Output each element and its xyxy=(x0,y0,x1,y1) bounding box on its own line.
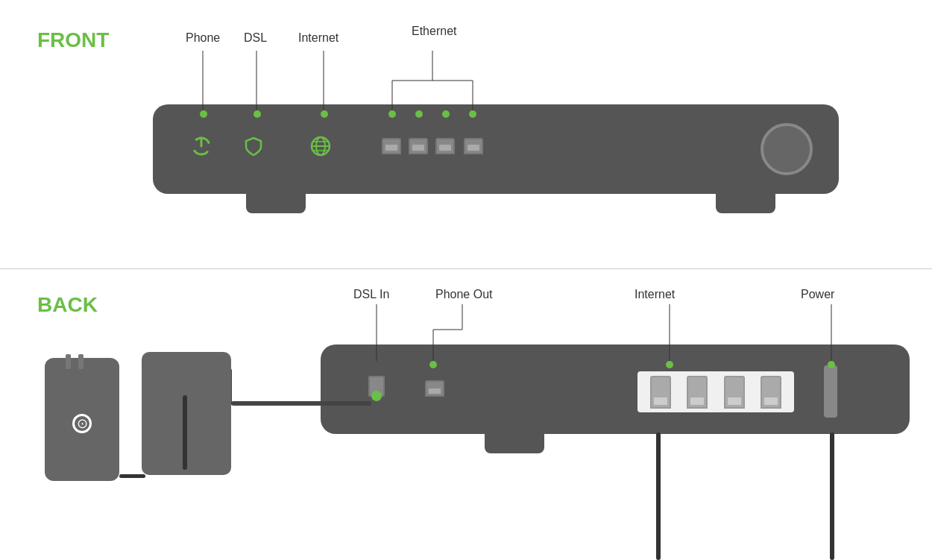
dsl-in-led xyxy=(371,391,382,401)
power-connector xyxy=(824,365,837,418)
internet-led xyxy=(321,110,328,118)
front-foot-left xyxy=(246,192,306,213)
prong-left xyxy=(66,354,71,369)
power-icon xyxy=(188,133,215,160)
ethernet-port-4 xyxy=(464,138,483,154)
globe-icon xyxy=(307,133,334,160)
phone-out-label: Phone Out xyxy=(435,288,493,301)
eth1-led xyxy=(388,110,396,118)
dsl-label: DSL xyxy=(244,31,267,45)
phone-out-port xyxy=(425,380,444,397)
shield-icon xyxy=(240,133,267,160)
ethernet-port-2 xyxy=(409,138,428,154)
ethernet-port-3 xyxy=(435,138,455,154)
eth4-led xyxy=(469,110,476,118)
internet-port-cluster xyxy=(637,371,794,412)
front-section-label: FRONT xyxy=(37,28,109,52)
back-eth-port-3 xyxy=(724,376,745,409)
power-led xyxy=(828,361,835,368)
dsl-in-label: DSL In xyxy=(353,288,389,301)
internet-back-led xyxy=(666,361,673,368)
back-foot xyxy=(485,432,544,453)
usb-cable xyxy=(183,395,187,470)
front-foot-right xyxy=(716,192,775,213)
wps-button[interactable] xyxy=(761,123,813,175)
dsl-led xyxy=(254,110,261,118)
back-eth-port-4 xyxy=(761,376,781,409)
ethernet-label: Ethernet xyxy=(412,25,456,38)
internet-label: Internet xyxy=(298,31,339,45)
internet-back-label: Internet xyxy=(635,288,675,301)
back-section-label: BACK xyxy=(37,293,98,317)
wall-adapter-cable xyxy=(119,474,145,478)
power-label: Power xyxy=(801,288,834,301)
back-eth-port-2 xyxy=(687,376,708,409)
dsl-cable xyxy=(231,401,371,406)
back-eth-port-1 xyxy=(650,376,671,409)
eth2-led xyxy=(415,110,423,118)
outlet-icon: ⊙ xyxy=(72,414,92,433)
eth3-led xyxy=(442,110,450,118)
section-divider xyxy=(0,268,932,269)
ethernet-port-1 xyxy=(382,138,401,154)
phone-label: Phone xyxy=(186,31,220,45)
power-cable xyxy=(830,432,834,560)
phone-out-led xyxy=(429,361,437,368)
prong-right xyxy=(78,354,84,369)
back-router-body xyxy=(321,345,910,434)
phone-led xyxy=(200,110,207,118)
internet-cable xyxy=(656,432,661,560)
